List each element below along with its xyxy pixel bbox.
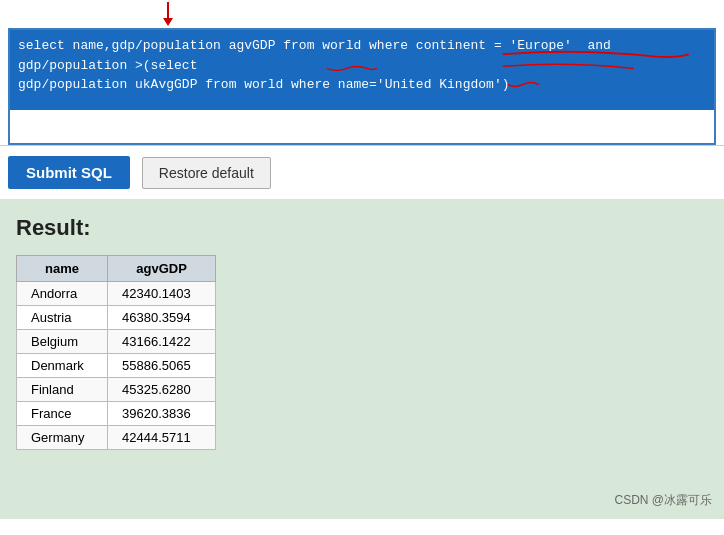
table-row: Finland45325.6280 xyxy=(17,378,216,402)
arrow-svg xyxy=(0,0,724,28)
cell-name: Austria xyxy=(17,306,108,330)
cell-agvgdp: 39620.3836 xyxy=(108,402,216,426)
sql-bottom-space xyxy=(10,113,714,143)
cell-agvgdp: 45325.6280 xyxy=(108,378,216,402)
cell-agvgdp: 43166.1422 xyxy=(108,330,216,354)
submit-sql-button[interactable]: Submit SQL xyxy=(8,156,130,189)
annotation-arrow-area xyxy=(0,0,724,28)
cell-name: Finland xyxy=(17,378,108,402)
table-row: Austria46380.3594 xyxy=(17,306,216,330)
result-area: Result: name agvGDP Andorra42340.1403Aus… xyxy=(0,199,724,519)
table-row: France39620.3836 xyxy=(17,402,216,426)
watermark: CSDN @冰露可乐 xyxy=(614,492,712,509)
cell-agvgdp: 42340.1403 xyxy=(108,282,216,306)
cell-name: Denmark xyxy=(17,354,108,378)
table-row: Belgium43166.1422 xyxy=(17,330,216,354)
cell-name: Belgium xyxy=(17,330,108,354)
table-row: Denmark55886.5065 xyxy=(17,354,216,378)
table-header-row: name agvGDP xyxy=(17,256,216,282)
col-header-agvgdp: agvGDP xyxy=(108,256,216,282)
table-row: Germany42444.5711 xyxy=(17,426,216,450)
sql-editor-wrapper xyxy=(8,28,716,145)
cell-name: Andorra xyxy=(17,282,108,306)
cell-agvgdp: 46380.3594 xyxy=(108,306,216,330)
result-title: Result: xyxy=(16,215,708,241)
cell-name: Germany xyxy=(17,426,108,450)
cell-agvgdp: 42444.5711 xyxy=(108,426,216,450)
result-table: name agvGDP Andorra42340.1403Austria4638… xyxy=(16,255,216,450)
cell-agvgdp: 55886.5065 xyxy=(108,354,216,378)
cell-name: France xyxy=(17,402,108,426)
col-header-name: name xyxy=(17,256,108,282)
restore-default-button[interactable]: Restore default xyxy=(142,157,271,189)
svg-marker-1 xyxy=(163,18,173,26)
table-row: Andorra42340.1403 xyxy=(17,282,216,306)
sql-textarea[interactable] xyxy=(10,30,714,110)
toolbar: Submit SQL Restore default xyxy=(0,145,724,199)
